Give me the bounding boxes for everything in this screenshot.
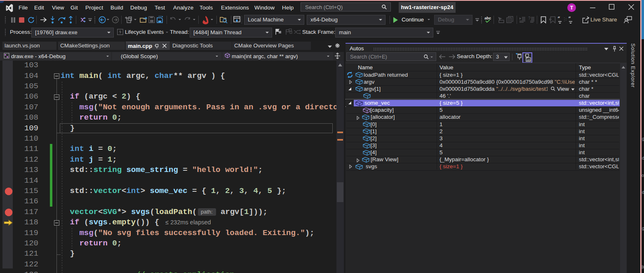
svg-text:“: “	[568, 16, 571, 21]
svg-text:abc: abc	[484, 16, 491, 20]
svg-text:“: “	[557, 16, 560, 21]
svg-text:ab: ab	[527, 58, 530, 62]
svg-text:?: ?	[528, 16, 531, 21]
